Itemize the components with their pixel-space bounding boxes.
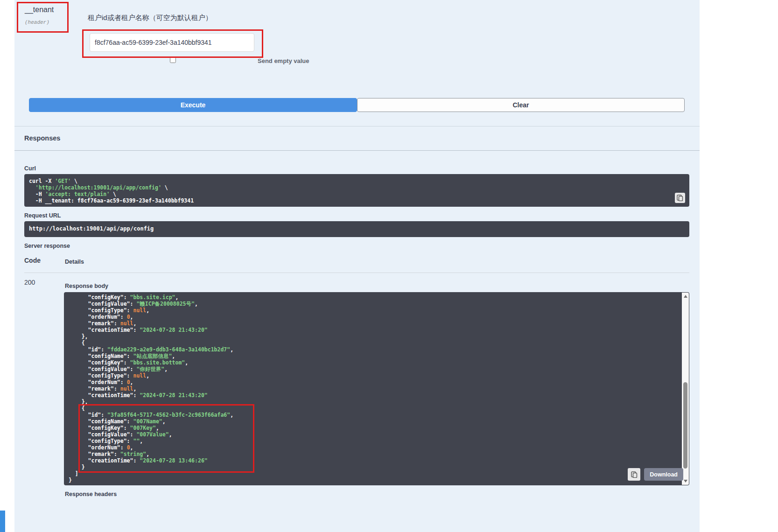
responses-section-header: Responses: [14, 126, 700, 151]
server-response-label: Server response: [24, 243, 70, 249]
copy-to-clipboard-icon[interactable]: [628, 468, 640, 481]
status-code: 200: [24, 279, 35, 286]
parameter-location: (header): [25, 20, 49, 25]
clear-button[interactable]: Clear: [357, 98, 685, 112]
clipboard-icon: [677, 195, 683, 201]
request-url-value: http://localhost:19001/api/app/config: [29, 225, 154, 232]
response-body-block: "configKey": "bbs.site.icp", "configValu…: [64, 292, 689, 485]
code-column-header: Code: [24, 257, 41, 264]
send-empty-label: Send empty value: [258, 57, 309, 64]
response-scrollbar[interactable]: [682, 293, 689, 485]
download-button[interactable]: Download: [644, 468, 683, 481]
tenant-value-input[interactable]: [90, 33, 254, 52]
send-empty-checkbox[interactable]: [170, 57, 176, 63]
details-column-header: Details: [65, 259, 84, 265]
parameter-description: 租户id或者租户名称（可空为默认租户）: [88, 14, 212, 22]
copy-to-clipboard-icon[interactable]: [675, 193, 685, 203]
curl-command-text: curl -X 'GET' \ 'http://localhost:19001/…: [29, 178, 685, 204]
page-corner-accent: [0, 511, 5, 532]
parameter-name: __tenant: [25, 6, 54, 14]
response-headers-label: Response headers: [65, 491, 117, 497]
clipboard-icon: [631, 471, 638, 478]
table-header-divider: [24, 273, 689, 273]
response-body-label: Response body: [65, 283, 108, 289]
curl-command-block: curl -X 'GET' \ 'http://localhost:19001/…: [24, 174, 689, 207]
curl-label: Curl: [24, 165, 36, 172]
scrollbar-thumb[interactable]: [683, 382, 687, 469]
responses-title: Responses: [24, 134, 60, 142]
response-body-json: "configKey": "bbs.site.icp", "configValu…: [69, 294, 685, 483]
swagger-operation-panel: __tenant (header) 租户id或者租户名称（可空为默认租户） Se…: [0, 0, 778, 532]
execute-button[interactable]: Execute: [29, 98, 357, 112]
request-url-label: Request URL: [24, 212, 61, 219]
scroll-up-icon[interactable]: [684, 295, 687, 298]
scroll-down-icon[interactable]: [684, 480, 687, 483]
request-url-block: http://localhost:19001/api/app/config: [24, 221, 689, 237]
